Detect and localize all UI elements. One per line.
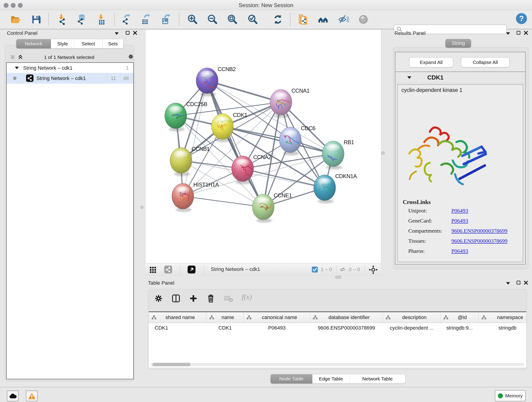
network-edge-CCNB2-CCNE1[interactable] — [207, 81, 263, 207]
tab-style[interactable]: Style — [51, 39, 74, 48]
selected-checkbox-icon[interactable] — [312, 266, 318, 273]
network-edge-CCNA2-CDKN1A[interactable] — [243, 169, 325, 188]
gene-expand-icon[interactable] — [407, 76, 411, 79]
column-header-canonical-name[interactable]: canonical name — [244, 312, 310, 323]
horizontal-scrollbar-track[interactable] — [151, 363, 525, 366]
zoom-out-icon[interactable] — [206, 13, 218, 26]
zoom-fit-icon[interactable] — [226, 13, 238, 26]
close-panel-icon[interactable] — [523, 280, 528, 285]
network-node-HIST1H1A[interactable]: HIST1H1A — [172, 182, 219, 209]
network-node-CCNA2[interactable]: CCNA2 — [232, 154, 271, 182]
import-table-file-icon[interactable] — [96, 13, 108, 26]
horizontal-scrollbar-handle[interactable] — [152, 363, 190, 366]
float-menu-icon[interactable] — [114, 31, 119, 36]
import-network-file-icon[interactable] — [56, 13, 68, 26]
refresh-icon[interactable] — [272, 13, 284, 26]
table-cell[interactable]: stringdb — [479, 325, 526, 331]
clone-network-icon[interactable] — [297, 13, 309, 26]
column-header-shared-name[interactable]: shared name — [149, 312, 206, 323]
pan-crosshair-icon[interactable] — [369, 265, 378, 274]
column-header-description[interactable]: description — [383, 312, 441, 323]
import-network-database-icon[interactable] — [75, 13, 87, 26]
network-options-gear-icon[interactable] — [128, 54, 133, 59]
show-columns-icon[interactable] — [172, 294, 180, 303]
memory-button[interactable]: Memory — [495, 390, 526, 401]
crosslink-value-link[interactable]: 9606.ENSP00000378699 — [451, 228, 507, 234]
tab-sets[interactable]: Sets — [103, 39, 123, 48]
export-table-icon[interactable] — [140, 13, 152, 26]
crosslink-value-link[interactable]: P06493 — [451, 208, 468, 214]
gene-header[interactable]: CDK1 — [395, 72, 525, 83]
network-node-CCNB2[interactable]: CCNB2 — [196, 66, 236, 94]
network-node-CDK1[interactable]: CDK1 — [211, 112, 247, 139]
network-node-CDKN1A[interactable]: CDKN1A — [314, 173, 357, 201]
network-row-label: String Network – cdk1 — [36, 75, 86, 81]
export-image-icon[interactable] — [160, 13, 172, 26]
birds-eye-view-icon[interactable] — [187, 265, 196, 274]
column-header-name[interactable]: name — [206, 312, 244, 323]
column-header-namespace[interactable]: namespace — [479, 312, 526, 323]
table-cell[interactable]: stringdb:9... — [441, 325, 479, 331]
float-window-icon[interactable] — [516, 30, 521, 35]
zoom-selected-icon[interactable] — [247, 13, 259, 26]
tab-network-table[interactable]: Network Table — [350, 374, 405, 383]
tab-edge-table[interactable]: Edge Table — [312, 374, 350, 383]
table-options-gear-icon[interactable] — [155, 294, 162, 302]
grid-view-icon[interactable] — [149, 266, 157, 273]
left-splitter-handle[interactable] — [140, 206, 144, 209]
float-window-icon[interactable] — [125, 30, 130, 35]
open-file-icon[interactable] — [10, 13, 22, 26]
network-collection-row[interactable]: String Network – cdk1 1 — [7, 63, 133, 73]
network-canvas[interactable]: CCNB2CCNA1CDC25BCDK1CDC6RB1CCNB1CCNA2CDK… — [146, 30, 381, 263]
save-session-icon[interactable] — [30, 13, 42, 26]
network-row-selected[interactable]: String Network – cdk1 11 48 — [7, 73, 133, 84]
crosslink-value-link[interactable]: P06493 — [451, 248, 468, 254]
add-column-icon[interactable] — [189, 294, 198, 303]
float-menu-icon[interactable] — [505, 281, 510, 286]
network-node-CCNE1[interactable]: CCNE1 — [252, 192, 292, 220]
collection-expand-icon[interactable] — [15, 67, 19, 69]
node-label-CDKN1A: CDKN1A — [335, 173, 357, 179]
tab-string[interactable]: String — [445, 39, 471, 48]
function-builder-icon: f(x) — [242, 293, 252, 301]
cloud-button[interactable] — [7, 390, 19, 401]
table-cell[interactable]: 9606.ENSP00000378699 — [310, 325, 383, 331]
hide-selected-icon[interactable] — [337, 13, 349, 26]
tab-node-table[interactable]: Node Table — [271, 374, 312, 383]
float-window-icon[interactable] — [516, 280, 521, 285]
column-header-id[interactable]: @id — [441, 312, 479, 323]
close-panel-icon[interactable] — [133, 30, 138, 35]
expand-all-button[interactable]: Expand All — [409, 57, 453, 67]
node-label-CDC6: CDC6 — [301, 125, 315, 131]
column-type-icon — [386, 315, 391, 320]
tab-network[interactable]: Network — [16, 39, 51, 48]
export-network-icon[interactable] — [120, 13, 132, 26]
table-cell[interactable]: CDK1 — [149, 325, 206, 331]
network-edge-CCNB2-CCNA1[interactable] — [207, 81, 281, 102]
status-bar: Memory — [0, 387, 532, 402]
table-cell[interactable]: P06493 — [244, 325, 310, 331]
presentation-icon[interactable] — [357, 13, 369, 26]
close-panel-icon[interactable] — [523, 30, 528, 35]
table-row[interactable]: CDK1CDK1P064939606.ENSP00000378699cyclin… — [149, 323, 526, 333]
table-cell[interactable]: CDK1 — [206, 325, 244, 331]
network-view-mode-icon[interactable] — [164, 265, 172, 274]
table-cell[interactable]: cyclin-dependent ... — [383, 325, 441, 331]
zoom-in-icon[interactable] — [186, 13, 198, 26]
network-edge-CCNB2-HIST1H1A[interactable] — [183, 81, 207, 196]
network-node-CDC25B[interactable]: CDC25B — [165, 101, 207, 128]
warnings-button[interactable] — [26, 390, 38, 401]
crosslinks-title: CrossLinks — [403, 199, 431, 205]
network-node-RB1[interactable]: RB1 — [322, 139, 354, 167]
crosslink-value-link[interactable]: P06493 — [451, 218, 468, 224]
delete-column-icon[interactable] — [206, 294, 215, 303]
column-header-database-identifier[interactable]: database identifier — [310, 312, 383, 323]
crosslink-value-link[interactable]: 9606.ENSP00000378699 — [451, 238, 507, 244]
network-home-icon[interactable] — [317, 13, 329, 26]
help-icon[interactable]: ? — [515, 13, 527, 25]
tab-select[interactable]: Select — [74, 39, 103, 48]
collapse-all-button[interactable]: Collapse All — [461, 57, 510, 67]
right-splitter-handle[interactable] — [381, 151, 385, 155]
float-menu-icon[interactable] — [505, 31, 510, 36]
network-edge-HIST1H1A-CCNE1[interactable] — [183, 196, 263, 207]
